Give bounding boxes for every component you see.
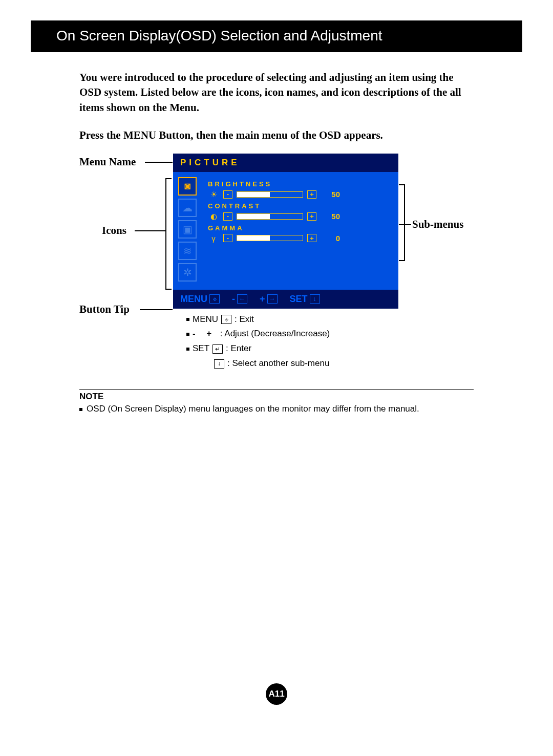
note-text: OSD (On Screen Display) menu languages o… <box>87 404 419 414</box>
tip-select-desc: : Select another sub-menu <box>227 356 329 371</box>
tip-set-label: SET <box>193 341 209 356</box>
label-menu-name: Menu Name <box>79 156 136 168</box>
bracket-submenus <box>399 184 405 261</box>
bullet-icon <box>186 318 189 321</box>
submenu-label: BRIGHTNESS <box>208 180 392 188</box>
osd-window: PICTURE ◙☁▣≋✲ BRIGHTNESS☀-+50CONTRAST◐-+… <box>173 154 398 309</box>
connector-line <box>145 162 173 163</box>
exit-icon: ⟐ <box>209 294 220 304</box>
submenu-slider-row: γ-+0 <box>208 234 392 243</box>
label-sub-menus: Sub-menus <box>412 218 463 231</box>
osd-diagram: Menu Name Icons Button Tip Sub-menus PIC… <box>79 154 522 389</box>
footer-minus[interactable]: - ← <box>232 294 247 305</box>
down-arrow-icon: ↓ <box>214 359 224 369</box>
tip-menu-desc: : Exit <box>235 312 254 327</box>
bullet-icon <box>186 348 189 351</box>
submenu-item: BRIGHTNESS☀-+50 <box>208 180 392 199</box>
slider-track[interactable] <box>237 191 303 198</box>
slider-track[interactable] <box>237 235 303 241</box>
slider-track[interactable] <box>237 213 303 220</box>
decrease-button[interactable]: - <box>223 212 232 221</box>
connector-line <box>140 309 173 310</box>
tracking-icon[interactable]: ≋ <box>178 242 197 260</box>
submenu-slider-row: ☀-+50 <box>208 190 392 199</box>
setup-icon[interactable]: ✲ <box>178 263 197 282</box>
bracket-icons <box>165 178 172 290</box>
decrease-button[interactable]: - <box>223 190 232 199</box>
submenu-slider-row: ◐-+50 <box>208 212 392 221</box>
footer-set[interactable]: SET ↓ <box>290 294 320 305</box>
footer-menu-label: MENU <box>180 294 207 305</box>
footer-plus-label: + <box>260 294 265 305</box>
osd-icon-column: ◙☁▣≋✲ <box>173 172 202 290</box>
slider-fill <box>237 214 270 219</box>
bullet-icon <box>186 333 189 336</box>
color-icon[interactable]: ☁ <box>178 199 197 217</box>
tip-plus: + <box>206 327 211 341</box>
connector-line <box>135 230 165 231</box>
submenu-item: CONTRAST◐-+50 <box>208 202 392 221</box>
screen-icon[interactable]: ▣ <box>178 220 197 239</box>
submenu-value: 50 <box>324 212 340 221</box>
bullet-icon <box>79 408 82 411</box>
button-tips-list: MENU ⟐ : Exit - + : Adjust (Decrease/Inc… <box>173 312 398 372</box>
footer-minus-label: - <box>232 294 235 305</box>
picture-icon[interactable]: ◙ <box>178 177 197 196</box>
tip-row: SET ↵ : Enter <box>186 341 398 356</box>
page-number-badge: A11 <box>266 683 287 705</box>
osd-menu-title: PICTURE <box>173 154 398 172</box>
label-icons: Icons <box>102 224 126 237</box>
submenu-type-icon: γ <box>208 234 219 243</box>
footer-menu[interactable]: MENU ⟐ <box>180 294 220 305</box>
intro-text: You were introduced to the procedure of … <box>79 70 474 115</box>
osd-submenus-panel: BRIGHTNESS☀-+50CONTRAST◐-+50GAMMAγ-+0 <box>202 172 398 290</box>
note-block: NOTE OSD (On Screen Display) menu langua… <box>79 389 474 414</box>
footer-plus[interactable]: + → <box>260 294 278 305</box>
footer-set-label: SET <box>290 294 308 305</box>
instruction-text: Press the MENU Button, then the main men… <box>79 128 474 143</box>
page-title: On Screen Display(OSD) Selection and Adj… <box>31 20 522 52</box>
down-arrow-icon: ↓ <box>310 294 320 304</box>
submenu-type-icon: ☀ <box>208 190 219 199</box>
left-arrow-icon: ← <box>237 294 247 304</box>
slider-fill <box>237 235 270 241</box>
tip-row: - + : Adjust (Decrease/Increase) <box>186 327 398 341</box>
tip-row: ↓ : Select another sub-menu <box>186 356 398 371</box>
tip-set-desc: : Enter <box>226 341 251 356</box>
exit-icon: ⟐ <box>221 315 231 324</box>
tip-adjust-desc: : Adjust (Decrease/Increase) <box>220 327 330 341</box>
osd-footer: MENU ⟐ - ← + → SET ↓ <box>173 290 398 309</box>
submenu-label: GAMMA <box>208 224 392 232</box>
increase-button[interactable]: + <box>307 212 316 221</box>
tip-minus: - <box>193 327 196 341</box>
submenu-value: 0 <box>324 234 340 243</box>
submenu-label: CONTRAST <box>208 202 392 210</box>
decrease-button[interactable]: - <box>223 234 232 242</box>
tip-menu-label: MENU <box>193 312 218 327</box>
slider-fill <box>237 192 270 197</box>
increase-button[interactable]: + <box>307 234 316 242</box>
submenu-value: 50 <box>324 190 340 199</box>
submenu-item: GAMMAγ-+0 <box>208 224 392 243</box>
right-arrow-icon: → <box>267 294 278 304</box>
note-label: NOTE <box>79 392 103 401</box>
increase-button[interactable]: + <box>307 190 316 199</box>
tip-row: MENU ⟐ : Exit <box>186 312 398 327</box>
label-button-tip: Button Tip <box>79 303 130 316</box>
osd-body: ◙☁▣≋✲ BRIGHTNESS☀-+50CONTRAST◐-+50GAMMAγ… <box>173 172 398 290</box>
submenu-type-icon: ◐ <box>208 212 219 221</box>
enter-icon: ↵ <box>212 344 223 354</box>
